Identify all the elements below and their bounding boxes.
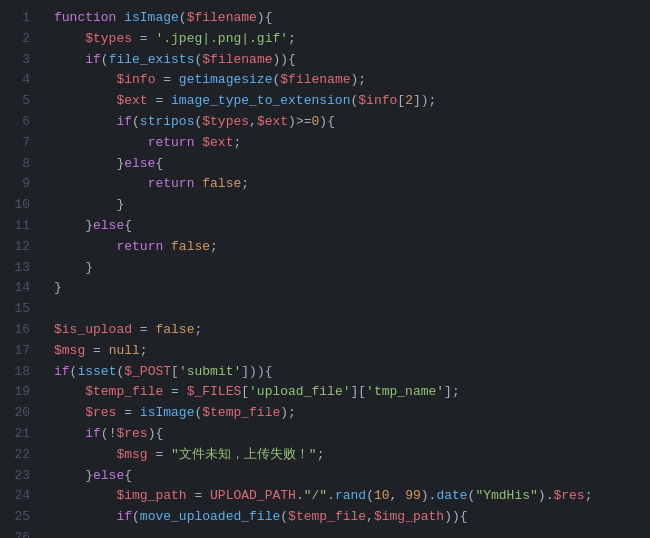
code-line-11: }else{ bbox=[54, 216, 650, 237]
code-line-17: $msg = null; bbox=[54, 341, 650, 362]
code-line-8: }else{ bbox=[54, 154, 650, 175]
line-num-4: 4 bbox=[8, 70, 30, 91]
line-num-9: 9 bbox=[8, 174, 30, 195]
code-line-16: $is_upload = false; bbox=[54, 320, 650, 341]
code-line-9: return false; bbox=[54, 174, 650, 195]
line-num-12: 12 bbox=[8, 237, 30, 258]
line-num-1: 1 bbox=[8, 8, 30, 29]
code-line-7: return $ext; bbox=[54, 133, 650, 154]
code-line-3: if(file_exists($filename)){ bbox=[54, 50, 650, 71]
line-numbers: 1 2 3 4 5 6 7 8 9 10 11 12 13 14 15 16 1… bbox=[0, 8, 42, 530]
code-editor: 1 2 3 4 5 6 7 8 9 10 11 12 13 14 15 16 1… bbox=[0, 0, 650, 538]
line-num-3: 3 bbox=[8, 50, 30, 71]
code-line-4: $info = getimagesize($filename); bbox=[54, 70, 650, 91]
code-line-18: if(isset($_POST['submit'])){ bbox=[54, 362, 650, 383]
code-line-23: }else{ bbox=[54, 466, 650, 487]
line-num-20: 20 bbox=[8, 403, 30, 424]
code-line-15 bbox=[54, 299, 650, 320]
code-lines: function isImage($filename){ $types = '.… bbox=[42, 8, 650, 530]
line-num-5: 5 bbox=[8, 91, 30, 112]
line-num-24: 24 bbox=[8, 486, 30, 507]
line-num-8: 8 bbox=[8, 154, 30, 175]
line-num-23: 23 bbox=[8, 466, 30, 487]
line-num-15: 15 bbox=[8, 299, 30, 320]
line-num-22: 22 bbox=[8, 445, 30, 466]
line-num-25: 25 bbox=[8, 507, 30, 528]
code-line-26: $is_upload = true; bbox=[54, 528, 650, 530]
code-line-22: $msg = "文件未知，上传失败！"; bbox=[54, 445, 650, 466]
line-num-16: 16 bbox=[8, 320, 30, 341]
line-num-6: 6 bbox=[8, 112, 30, 133]
code-line-12: return false; bbox=[54, 237, 650, 258]
line-num-18: 18 bbox=[8, 362, 30, 383]
line-num-21: 21 bbox=[8, 424, 30, 445]
code-line-19: $temp_file = $_FILES['upload_file']['tmp… bbox=[54, 382, 650, 403]
code-line-14: } bbox=[54, 278, 650, 299]
code-line-2: $types = '.jpeg|.png|.gif'; bbox=[54, 29, 650, 50]
line-num-26: 26 bbox=[8, 528, 30, 538]
line-num-11: 11 bbox=[8, 216, 30, 237]
code-line-20: $res = isImage($temp_file); bbox=[54, 403, 650, 424]
line-num-13: 13 bbox=[8, 258, 30, 279]
code-line-24: $img_path = UPLOAD_PATH."/".rand(10, 99)… bbox=[54, 486, 650, 507]
line-num-7: 7 bbox=[8, 133, 30, 154]
code-line-10: } bbox=[54, 195, 650, 216]
code-line-1: function isImage($filename){ bbox=[54, 8, 650, 29]
code-line-13: } bbox=[54, 258, 650, 279]
line-num-14: 14 bbox=[8, 278, 30, 299]
line-num-19: 19 bbox=[8, 382, 30, 403]
line-num-17: 17 bbox=[8, 341, 30, 362]
code-line-5: $ext = image_type_to_extension($info[2])… bbox=[54, 91, 650, 112]
code-line-6: if(stripos($types,$ext)>=0){ bbox=[54, 112, 650, 133]
code-line-25: if(move_uploaded_file($temp_file,$img_pa… bbox=[54, 507, 650, 528]
line-num-10: 10 bbox=[8, 195, 30, 216]
code-line-21: if(!$res){ bbox=[54, 424, 650, 445]
line-num-2: 2 bbox=[8, 29, 30, 50]
